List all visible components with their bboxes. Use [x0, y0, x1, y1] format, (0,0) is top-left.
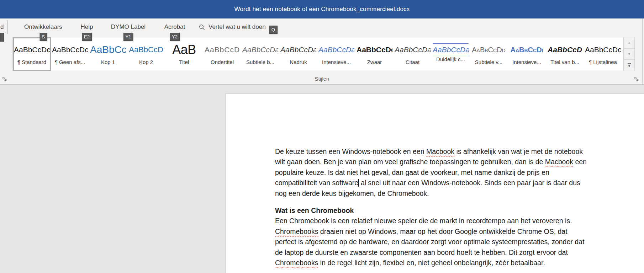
ribbon-styles-group: AaBbCcDc¶ StandaardAaBbCcDc¶ Geen afs...… [0, 36, 644, 85]
misspelled-word: Chromebooks [275, 228, 318, 235]
text-line: Chromebooks draaien niet op Windows, maa… [275, 226, 644, 237]
style-label: Nadruk [290, 59, 307, 65]
document-heading: Wat is een Chromebook [275, 205, 644, 216]
style-item[interactable]: AaBbCcDKop 2 [127, 37, 165, 71]
style-item[interactable]: AaBbCcDc¶ Standaard [13, 37, 51, 71]
style-item[interactable]: AaBbCcDaSubtiele b... [241, 37, 279, 71]
tab-label: Acrobat [164, 23, 185, 31]
tell-me-box[interactable]: Vertel wat u wilt doen Q [199, 18, 278, 36]
style-preview: AaBbCcDc [357, 41, 392, 59]
text-line: De keuze tussen een Windows-notebook en … [275, 146, 644, 157]
style-preview: AaBbCcDc [585, 41, 621, 59]
style-item[interactable]: AaBbCcDc¶ Lijstalinea [584, 37, 622, 71]
style-preview: AaBbCcDa [280, 41, 316, 59]
text-line: Wat is een Chromebook [275, 205, 644, 216]
text-line: wilt gaan doen. Ben je van plan om veel … [275, 157, 644, 167]
style-label: ¶ Standaard [17, 59, 46, 65]
styles-group-label: Stijlen [0, 76, 644, 82]
style-item[interactable]: AaBbCcDaCitaat [394, 37, 432, 71]
style-item[interactable]: AaBbCcDcZwaar [355, 37, 394, 71]
style-label: Titel [179, 59, 189, 65]
misspelled-word: Chromebooks [275, 259, 318, 267]
tab-ontwikkelaars[interactable]: Ontwikkelaars S [22, 18, 64, 36]
style-item[interactable]: AaBbCcDc¶ Geen afs... [51, 37, 89, 71]
style-preview: AaBbCcDa [432, 43, 469, 56]
misspelled-word: Macbook [426, 148, 454, 155]
gallery-scroll-down-button[interactable]: ▼ [624, 48, 635, 60]
style-preview: AaBbCcDa [318, 41, 354, 59]
style-label: Subtiele v... [475, 59, 502, 65]
style-item[interactable]: AaBTitel [165, 37, 203, 71]
dialog-launcher-icon[interactable] [634, 77, 640, 82]
text-segment: Een Chromebook is een relatief nieuwe sp… [275, 217, 572, 225]
text-segment: perfect is afgestemd op de hardware, en … [275, 238, 584, 246]
document-page[interactable]: De keuze tussen een Windows-notebook en … [225, 93, 644, 273]
text-segment: De keuze tussen een Windows-notebook en … [275, 148, 426, 155]
keytip-ontwikkelaars: S [39, 33, 47, 41]
text-segment: is afhankelijk van wat je met de noteboo… [454, 148, 583, 155]
style-label: Citaat [406, 59, 419, 65]
style-preview: AaB [172, 41, 196, 59]
style-item[interactable]: AaBbCcDaDuidelijk c... [432, 37, 470, 71]
style-preview: AaBbCcD [129, 41, 163, 59]
text-segment: populaire keuze. Is dat niet het geval, … [275, 168, 549, 176]
text-segment: een [573, 158, 587, 166]
style-item[interactable]: AaBbCcKop 1 [89, 37, 127, 71]
style-preview: AaBbCcDi [511, 41, 543, 59]
style-label: Ondertitel [211, 59, 234, 65]
style-preview: AaBbCcDc [14, 41, 50, 59]
styles-gallery-items: AaBbCcDc¶ StandaardAaBbCcDc¶ Geen afs...… [12, 37, 624, 71]
text-segment: in de regel licht zijn, flexibel en, nie… [318, 259, 545, 267]
style-preview: AaBbCcDa [395, 41, 431, 59]
style-label: ¶ Geen afs... [55, 59, 85, 65]
document-title: Wordt het een notebook of een Chromebook… [234, 6, 410, 13]
text-line: Een Chromebook is een relatief nieuwe sp… [275, 216, 644, 226]
style-label: Subtiele b... [246, 59, 274, 65]
keytip-tell-me: Q [269, 26, 278, 34]
ribbon-tab-row: d Ontwikkelaars S Help E2 DYMO Label Y1 … [0, 18, 644, 36]
style-preview: AaBbCcD [205, 41, 240, 59]
document-paragraph: Een Chromebook is een relatief nieuwe sp… [275, 216, 644, 268]
style-item[interactable]: AaBbCcDTitel van b... [546, 37, 584, 71]
document-content: De keuze tussen een Windows-notebook en … [226, 94, 644, 268]
style-label: Kop 1 [101, 59, 115, 65]
search-icon [199, 24, 205, 31]
text-line: perfect is afgestemd op de hardware, en … [275, 237, 644, 247]
text-segment: draaien niet op Windows, maar op het doo… [318, 228, 567, 235]
keytip-acrobat: Y2 [170, 33, 180, 41]
text-line: Chromebooks in de regel licht zijn, flex… [275, 258, 644, 268]
title-bar: Wordt het een notebook of een Chromebook… [0, 0, 644, 18]
more-arrow-icon: ▼ [628, 64, 631, 68]
style-label: Titel van b... [550, 59, 579, 65]
style-preview: AaBbCcDa [242, 41, 278, 59]
text-line: nog een derde keus bijgekomen, de Chrome… [275, 188, 644, 199]
gallery-scrollbar: ▲ ▼ ▼ [624, 37, 635, 71]
text-segment: Wat is een Chromebook [275, 207, 354, 214]
more-bar [628, 63, 631, 64]
gallery-more-button[interactable]: ▼ [624, 59, 635, 71]
style-label: Intensieve... [512, 59, 541, 65]
tab-separator [7, 20, 7, 34]
style-label: Zwaar [367, 59, 382, 65]
tab-acrobat[interactable]: Acrobat Y2 [162, 18, 188, 36]
style-label: Kop 2 [139, 59, 153, 65]
text-segment: nog een derde keus bijgekomen, de Chrome… [275, 189, 429, 197]
text-segment: de laptop de duurste en zwaarste compone… [275, 248, 568, 256]
style-item[interactable]: AaBbCcDdSubtiele v... [470, 37, 508, 71]
style-item[interactable]: AaBbCcDaNadruk [279, 37, 317, 71]
gallery-scroll-up-button[interactable]: ▲ [624, 37, 635, 49]
text-line: compatibiliteit van software al snel uit… [275, 178, 644, 188]
tab-help[interactable]: Help E2 [80, 18, 94, 36]
style-item[interactable]: AaBbCcDOndertitel [203, 37, 241, 71]
style-item[interactable]: AaBbCcDaIntensieve... [317, 37, 355, 71]
tell-me-label: Vertel wat u wilt doen [208, 23, 266, 31]
text-segment: compatibiliteit van software [275, 179, 358, 187]
style-item[interactable]: AaBbCcDiIntensieve... [508, 37, 546, 71]
tab-dymo-label[interactable]: DYMO Label Y1 [109, 18, 148, 36]
text-segment: al snel uit naar een Windows-notebook. S… [359, 179, 580, 187]
text-line: de laptop de duurste en zwaarste compone… [275, 247, 644, 258]
keytip-help: E2 [82, 33, 92, 41]
style-label: Duidelijk c... [436, 56, 465, 62]
document-paragraph: De keuze tussen een Windows-notebook en … [275, 146, 644, 199]
dialog-launcher-icon[interactable] [2, 77, 8, 82]
